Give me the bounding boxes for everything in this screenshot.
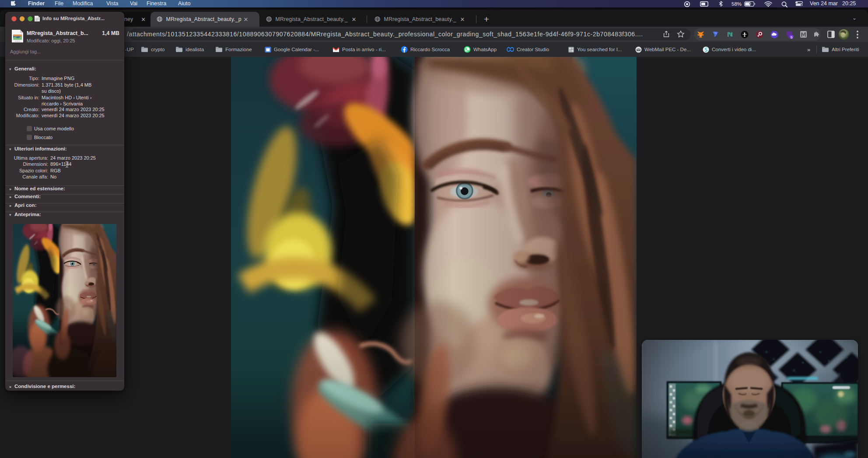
svg-text:5: 5 [791,35,792,39]
